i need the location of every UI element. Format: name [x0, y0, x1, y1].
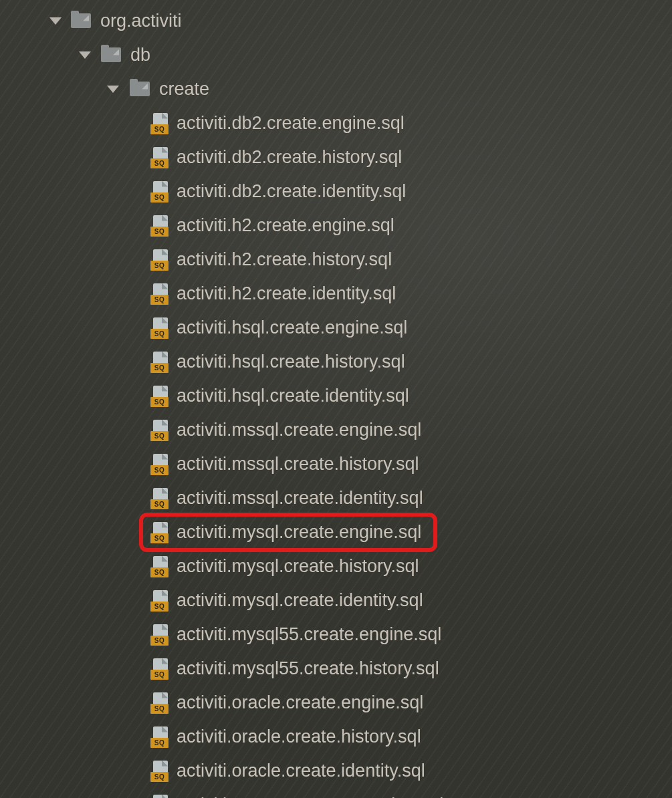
tree-file[interactable]: SQ activiti.mssql.create.engine.sql: [0, 413, 672, 447]
file-label: activiti.db2.create.identity.sql: [177, 182, 406, 202]
file-label: activiti.h2.create.engine.sql: [177, 216, 395, 236]
tree-file[interactable]: SQ activiti.mysql.create.identity.sql: [0, 583, 672, 618]
file-label: activiti.hsql.create.engine.sql: [177, 318, 407, 338]
sql-file-icon: SQ: [150, 386, 169, 407]
tree-folder-create[interactable]: create: [0, 72, 672, 106]
folder-icon: [130, 82, 150, 98]
sql-file-icon: SQ: [150, 726, 169, 748]
sql-file-icon: SQ: [150, 556, 169, 577]
tree-file[interactable]: SQ activiti.oracle.create.identity.sql: [0, 754, 672, 788]
file-label: activiti.oracle.create.identity.sql: [177, 761, 425, 781]
file-label: activiti.oracle.create.history.sql: [177, 727, 421, 747]
tree-file[interactable]: SQ activiti.oracle.create.history.sql: [0, 720, 672, 754]
file-label: activiti.db2.create.engine.sql: [177, 114, 405, 134]
folder-label: create: [159, 80, 209, 100]
sql-file-icon: SQ: [150, 692, 169, 714]
file-label: activiti.mysql.create.history.sql: [177, 557, 419, 577]
expand-toggle-icon[interactable]: [79, 51, 91, 59]
sql-file-icon: SQ: [150, 590, 169, 612]
tree-file[interactable]: SQ activiti.hsql.create.identity.sql: [0, 379, 672, 413]
tree-file[interactable]: SQ activiti.db2.create.history.sql: [0, 140, 672, 174]
project-tree[interactable]: org.activiti db create SQ activiti.db2.c…: [0, 0, 672, 798]
tree-file[interactable]: SQ activiti.h2.create.engine.sql: [0, 209, 672, 243]
tree-file[interactable]: SQ activiti.mysql.create.engine.sql: [0, 515, 672, 549]
tree-file[interactable]: SQ activiti.mysql.create.history.sql: [0, 549, 672, 583]
sql-file-icon: SQ: [150, 488, 169, 509]
folder-icon: [71, 13, 91, 29]
file-label: activiti.mssql.create.identity.sql: [177, 489, 423, 509]
tree-file[interactable]: SQ activiti.oracle.create.engine.sql: [0, 686, 672, 720]
file-label: activiti.hsql.create.identity.sql: [177, 386, 409, 406]
sql-file-icon: SQ: [150, 317, 169, 339]
sql-file-icon: SQ: [150, 283, 169, 305]
tree-file[interactable]: SQ activiti.mysql55.create.engine.sql: [0, 618, 672, 652]
tree-folder-db[interactable]: db: [0, 38, 672, 72]
tree-file[interactable]: SQ activiti.mssql.create.history.sql: [0, 447, 672, 481]
sql-file-icon: SQ: [150, 215, 169, 237]
tree-file[interactable]: SQ activiti.hsql.create.engine.sql: [0, 311, 672, 345]
tree-file[interactable]: SQ activiti.mssql.create.identity.sql: [0, 481, 672, 515]
folder-label: db: [130, 45, 150, 65]
file-label: activiti.hsql.create.history.sql: [177, 352, 405, 372]
file-label: activiti.db2.create.history.sql: [177, 148, 402, 168]
tree-file[interactable]: SQ activiti.mysql55.create.history.sql: [0, 652, 672, 686]
file-label: activiti.mssql.create.engine.sql: [177, 420, 421, 440]
sql-file-icon: SQ: [150, 420, 169, 441]
tree-file[interactable]: SQ activiti.h2.create.history.sql: [0, 243, 672, 277]
sql-file-icon: SQ: [150, 352, 169, 373]
tree-file[interactable]: SQ activiti.h2.create.identity.sql: [0, 277, 672, 311]
file-label: activiti.mysql55.create.engine.sql: [177, 625, 441, 645]
folder-icon: [101, 47, 121, 63]
tree-file[interactable]: SQ activiti.postgres.create.engine.sql: [0, 788, 672, 798]
sql-file-icon: SQ: [150, 761, 169, 782]
sql-file-icon: SQ: [150, 624, 169, 646]
expand-toggle-icon[interactable]: [107, 86, 119, 93]
tree-file[interactable]: SQ activiti.db2.create.identity.sql: [0, 174, 672, 209]
sql-file-icon: SQ: [150, 522, 169, 543]
sql-file-icon: SQ: [150, 454, 169, 475]
sql-file-icon: SQ: [150, 113, 169, 134]
tree-file[interactable]: SQ activiti.db2.create.engine.sql: [0, 106, 672, 140]
folder-label: org.activiti: [100, 11, 182, 31]
file-label: activiti.mssql.create.history.sql: [177, 454, 419, 475]
file-label: activiti.mysql55.create.history.sql: [177, 659, 439, 679]
file-label: activiti.mysql.create.engine.sql: [177, 523, 421, 543]
sql-file-icon: SQ: [150, 147, 169, 168]
sql-file-icon: SQ: [150, 795, 169, 799]
sql-file-icon: SQ: [150, 249, 169, 271]
sql-file-icon: SQ: [150, 181, 169, 203]
file-label: activiti.h2.create.identity.sql: [177, 284, 396, 304]
tree-file[interactable]: SQ activiti.hsql.create.history.sql: [0, 345, 672, 379]
file-label: activiti.postgres.create.engine.sql: [177, 795, 443, 798]
file-label: activiti.oracle.create.engine.sql: [177, 693, 423, 713]
tree-folder-org-activiti[interactable]: org.activiti: [0, 4, 672, 38]
expand-toggle-icon[interactable]: [49, 17, 62, 25]
file-label: activiti.mysql.create.identity.sql: [177, 591, 423, 611]
file-label: activiti.h2.create.history.sql: [177, 250, 392, 270]
sql-file-icon: SQ: [150, 658, 169, 680]
